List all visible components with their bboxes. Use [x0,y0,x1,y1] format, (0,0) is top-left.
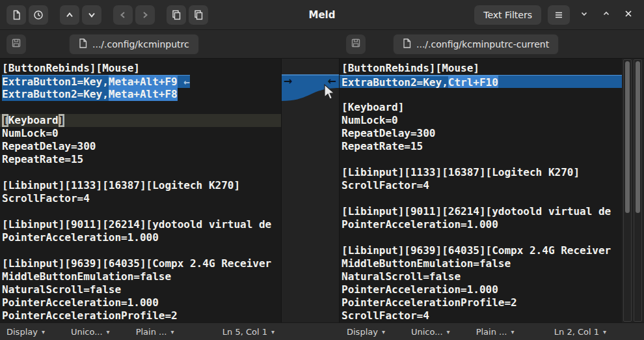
dropdown-icon: ▾ [107,328,110,335]
code-line[interactable]: [ButtonRebinds][Mouse] [342,62,622,75]
right-editor-pane[interactable]: [ButtonRebinds][Mouse]ExtraButton2=Key,C… [340,59,622,322]
code-line[interactable] [342,192,622,205]
code-segment: [Libinput][1133][16387][Logitech K270] [2,179,240,192]
encoding-label: Unico... [71,327,103,337]
code-line[interactable]: PointerAccelerationProfile=2 [342,296,622,309]
code-line[interactable]: MiddleButtonEmulation=false [2,270,281,283]
code-line[interactable] [342,88,622,101]
display-label: Display [7,327,38,337]
code-segment: [Libinput][9011][26214][ydotoold virtual… [2,218,271,231]
code-segment: PointerAccelerationProfile=2 [2,309,178,322]
code-segment: RepeatDelay=300 [2,140,96,153]
code-line[interactable]: ExtraButton2=Key,Meta+Alt+F8 [2,88,281,101]
code-segment: PointerAcceleration=1.000 [342,283,498,296]
code-line[interactable]: [ButtonRebinds][Mouse] [2,62,281,75]
code-segment: NumLock=0 [342,114,398,127]
code-line[interactable]: NumLock=0 [2,127,281,140]
code-line[interactable]: RepeatRate=15 [342,140,622,153]
menu-button[interactable] [548,5,570,25]
copy-left-button[interactable] [167,5,186,25]
display-menu[interactable]: Display ▾ [7,327,45,337]
right-pane-scrollbar[interactable] [634,59,642,322]
syntax-menu[interactable]: Plain ... ▾ [136,327,174,337]
code-line[interactable] [2,205,281,218]
code-line[interactable]: PointerAcceleration=1.000 [342,218,622,231]
hamburger-icon [554,10,564,20]
code-line[interactable]: PointerAccelerationProfile=2 [2,309,281,322]
save-left-button[interactable] [7,35,26,54]
cursor-position-menu[interactable]: Ln 2, Col 1 ▾ [554,327,606,337]
code-line[interactable]: [Libinput][1133][16387][Logitech K270] [2,179,281,192]
code-line[interactable]: RepeatDelay=300 [2,140,281,153]
push-change-right-icon[interactable]: → [284,75,292,88]
maximize-button[interactable] [598,7,614,23]
code-line[interactable]: NaturalScroll=false [2,283,281,296]
scrollbar-thumb[interactable] [625,61,630,213]
scrollbar-thumb[interactable] [636,61,640,213]
code-line[interactable]: [Keyboard] [342,101,622,114]
code-line[interactable]: MiddleButtonEmulation=false [342,257,622,270]
code-line[interactable]: RepeatDelay=300 [342,127,622,140]
left-file-label: .../.config/kcminputrc [92,39,189,50]
chevron-up-icon [64,10,75,20]
code-line[interactable]: NumLock=0 [342,114,622,127]
code-line[interactable]: [Libinput][9011][26214][ydotoold virtual… [2,218,281,231]
text-filters-button[interactable]: Text Filters [474,5,541,25]
code-line[interactable] [2,166,281,179]
code-line[interactable]: [Libinput][9011][26214][ydotoold virtual… [342,205,622,218]
code-line[interactable]: ScrollFactor=4 [342,309,622,322]
forward-button[interactable] [135,5,155,25]
left-editor-pane[interactable]: [ButtonRebinds][Mouse]ExtraButton1=Key,M… [0,59,281,322]
code-segment: RepeatRate=15 [342,140,423,153]
save-right-button[interactable] [346,35,366,54]
code-line[interactable]: RepeatRate=15 [2,153,281,166]
left-pane-scrollbar[interactable] [623,59,632,322]
close-button[interactable] [621,7,636,23]
code-segment: [ButtonRebinds][Mouse] [342,62,479,75]
code-line[interactable]: [Libinput][9639][64035][Compx 2.4G Recei… [2,257,281,270]
document-icon [403,38,411,50]
back-button[interactable] [113,5,133,25]
display-menu[interactable]: Display ▾ [347,327,385,337]
recent-comparisons-button[interactable] [29,5,48,25]
previous-change-button[interactable] [60,5,79,25]
cursor-position-menu[interactable]: Ln 5, Col 1 ▾ [222,327,275,337]
code-line[interactable] [2,244,281,257]
code-line[interactable] [2,101,281,114]
code-line[interactable]: [Keyboard] [0,114,281,127]
code-line[interactable]: ScrollFactor=4 [2,192,281,205]
right-file-chooser[interactable]: .../.config/kcminputrc-current [393,34,559,55]
left-file-chooser[interactable]: .../.config/kcminputrc [69,34,199,55]
floppy-icon [11,38,21,51]
copy-right-button[interactable] [189,5,208,25]
toolbar-left [0,5,208,25]
left-file-group: .../.config/kcminputrc [0,30,340,58]
syntax-menu[interactable]: Plain ... ▾ [476,327,515,337]
code-line[interactable]: PointerAcceleration=1.000 [342,283,622,296]
code-line[interactable]: [Libinput][1133][16387][Logitech K270] [342,166,622,179]
next-change-button[interactable] [82,5,101,25]
code-segment: ExtraButton1=Key, [2,75,109,88]
code-segment: [Libinput][1133][16387][Logitech K270] [342,166,580,179]
minimize-button[interactable] [576,7,592,23]
code-segment: Meta+Alt+F8 [109,88,178,101]
code-line[interactable]: ScrollFactor=4 [342,179,622,192]
new-comparison-button[interactable] [7,5,26,25]
code-line[interactable] [342,153,622,166]
encoding-menu[interactable]: Unico... ▾ [411,327,450,337]
code-line[interactable]: ExtraButton2=Key,Ctrl+F10 [340,75,622,88]
right-file-group: .../.config/kcminputrc-current [340,30,644,58]
code-line[interactable]: PointerAcceleration=1.000 [2,296,281,309]
code-segment: RepeatRate=15 [2,153,83,166]
code-line[interactable]: NaturalScroll=false [342,270,622,283]
code-segment: MiddleButtonEmulation=false [2,270,171,283]
chevron-left-icon [118,10,128,20]
encoding-menu[interactable]: Unico... ▾ [71,327,110,337]
headerbar: Meld Text Filters [0,0,644,30]
code-line[interactable]: [Libinput][9639][64035][Compx 2.4G Recei… [342,244,622,257]
code-line[interactable]: PointerAcceleration=1.000 [2,231,281,244]
code-line[interactable] [342,231,622,244]
code-line[interactable]: ExtraButton1=Key,Meta+Alt+F9 ← [2,75,281,88]
code-segment: [Keyboard] [342,101,404,114]
left-statusbar: Display ▾ Unico... ▾ Plain ... ▾ Ln 5, C… [0,323,340,340]
